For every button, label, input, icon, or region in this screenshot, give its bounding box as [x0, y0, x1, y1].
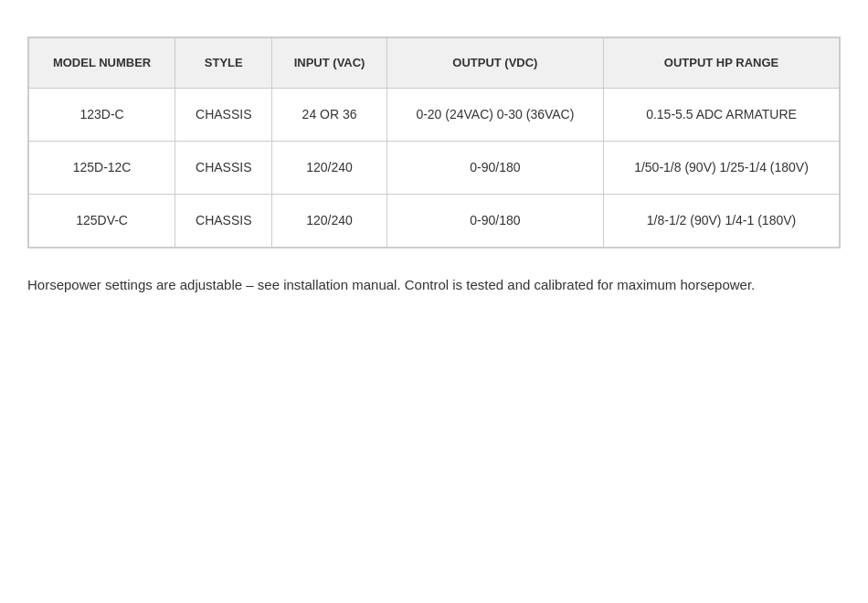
table-row: 125DV-CCHASSIS120/2400-90/1801/8-1/2 (90…	[29, 195, 840, 248]
cell-model-0: 123D-C	[29, 89, 175, 142]
table-row: 123D-CCHASSIS24 OR 360-20 (24VAC) 0-30 (…	[29, 89, 840, 142]
footer-note: Horsepower settings are adjustable – see…	[27, 274, 841, 296]
table-row: 125D-12CCHASSIS120/2400-90/1801/50-1/8 (…	[29, 142, 840, 195]
header-style: STYLE	[175, 38, 272, 89]
cell-input-2: 120/240	[272, 195, 386, 248]
header-input-vac: INPUT (VAC)	[272, 38, 386, 89]
header-output-vdc: OUTPUT (VDC)	[386, 38, 603, 89]
cell-model-2: 125DV-C	[29, 195, 175, 248]
product-table-container: MODEL NUMBER STYLE INPUT (VAC) OUTPUT (V…	[27, 37, 841, 249]
cell-output_hp-2: 1/8-1/2 (90V) 1/4-1 (180V)	[603, 195, 839, 248]
table-header-row: MODEL NUMBER STYLE INPUT (VAC) OUTPUT (V…	[29, 38, 840, 89]
cell-style-1: CHASSIS	[175, 142, 272, 195]
cell-model-1: 125D-12C	[29, 142, 175, 195]
header-output-hp-range: OUTPUT HP RANGE	[603, 38, 839, 89]
product-table: MODEL NUMBER STYLE INPUT (VAC) OUTPUT (V…	[28, 37, 840, 248]
cell-output_vdc-2: 0-90/180	[386, 195, 603, 248]
header-model-number: MODEL NUMBER	[29, 38, 175, 89]
cell-output_vdc-0: 0-20 (24VAC) 0-30 (36VAC)	[386, 89, 603, 142]
cell-input-1: 120/240	[272, 142, 386, 195]
cell-style-0: CHASSIS	[175, 89, 272, 142]
cell-output_hp-0: 0.15-5.5 ADC ARMATURE	[603, 89, 839, 142]
cell-style-2: CHASSIS	[175, 195, 272, 248]
cell-output_hp-1: 1/50-1/8 (90V) 1/25-1/4 (180V)	[603, 142, 839, 195]
cell-output_vdc-1: 0-90/180	[386, 142, 603, 195]
cell-input-0: 24 OR 36	[272, 89, 386, 142]
